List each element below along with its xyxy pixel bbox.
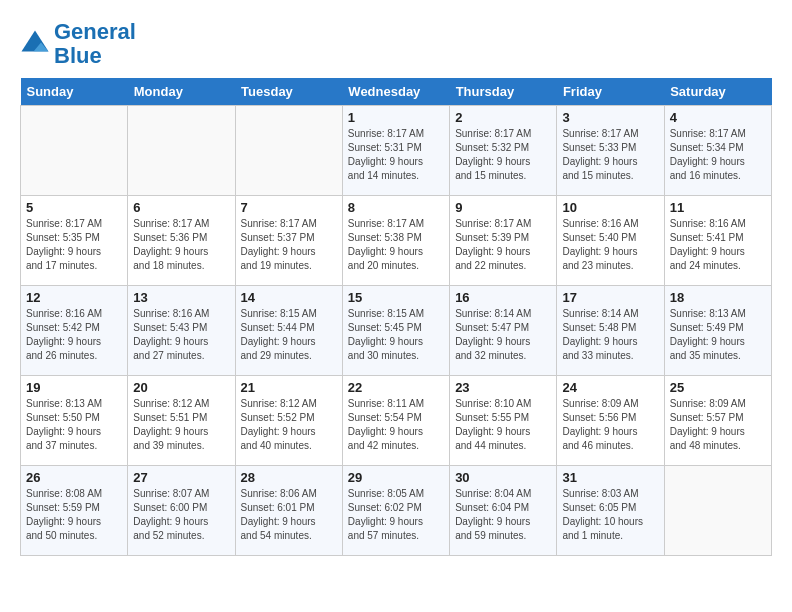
day-info: Sunrise: 8:17 AM Sunset: 5:38 PM Dayligh…	[348, 217, 444, 273]
day-number: 3	[562, 110, 658, 125]
day-info: Sunrise: 8:15 AM Sunset: 5:44 PM Dayligh…	[241, 307, 337, 363]
day-info: Sunrise: 8:10 AM Sunset: 5:55 PM Dayligh…	[455, 397, 551, 453]
day-number: 27	[133, 470, 229, 485]
logo-icon	[20, 29, 50, 59]
day-number: 21	[241, 380, 337, 395]
weekday-header-row: SundayMondayTuesdayWednesdayThursdayFrid…	[21, 78, 772, 106]
calendar-cell: 29Sunrise: 8:05 AM Sunset: 6:02 PM Dayli…	[342, 466, 449, 556]
calendar-cell: 31Sunrise: 8:03 AM Sunset: 6:05 PM Dayli…	[557, 466, 664, 556]
calendar-cell: 18Sunrise: 8:13 AM Sunset: 5:49 PM Dayli…	[664, 286, 771, 376]
day-info: Sunrise: 8:13 AM Sunset: 5:49 PM Dayligh…	[670, 307, 766, 363]
day-info: Sunrise: 8:17 AM Sunset: 5:35 PM Dayligh…	[26, 217, 122, 273]
day-info: Sunrise: 8:16 AM Sunset: 5:43 PM Dayligh…	[133, 307, 229, 363]
day-number: 9	[455, 200, 551, 215]
calendar-cell: 24Sunrise: 8:09 AM Sunset: 5:56 PM Dayli…	[557, 376, 664, 466]
day-info: Sunrise: 8:14 AM Sunset: 5:47 PM Dayligh…	[455, 307, 551, 363]
day-number: 2	[455, 110, 551, 125]
day-number: 1	[348, 110, 444, 125]
calendar-cell	[235, 106, 342, 196]
day-info: Sunrise: 8:14 AM Sunset: 5:48 PM Dayligh…	[562, 307, 658, 363]
calendar-cell: 30Sunrise: 8:04 AM Sunset: 6:04 PM Dayli…	[450, 466, 557, 556]
day-number: 7	[241, 200, 337, 215]
day-info: Sunrise: 8:09 AM Sunset: 5:57 PM Dayligh…	[670, 397, 766, 453]
calendar-cell: 2Sunrise: 8:17 AM Sunset: 5:32 PM Daylig…	[450, 106, 557, 196]
weekday-header-tuesday: Tuesday	[235, 78, 342, 106]
day-info: Sunrise: 8:04 AM Sunset: 6:04 PM Dayligh…	[455, 487, 551, 543]
calendar-cell: 1Sunrise: 8:17 AM Sunset: 5:31 PM Daylig…	[342, 106, 449, 196]
calendar-cell: 17Sunrise: 8:14 AM Sunset: 5:48 PM Dayli…	[557, 286, 664, 376]
day-number: 31	[562, 470, 658, 485]
weekday-header-monday: Monday	[128, 78, 235, 106]
day-info: Sunrise: 8:06 AM Sunset: 6:01 PM Dayligh…	[241, 487, 337, 543]
calendar-cell: 10Sunrise: 8:16 AM Sunset: 5:40 PM Dayli…	[557, 196, 664, 286]
day-number: 17	[562, 290, 658, 305]
day-info: Sunrise: 8:08 AM Sunset: 5:59 PM Dayligh…	[26, 487, 122, 543]
week-row-3: 12Sunrise: 8:16 AM Sunset: 5:42 PM Dayli…	[21, 286, 772, 376]
calendar-cell: 5Sunrise: 8:17 AM Sunset: 5:35 PM Daylig…	[21, 196, 128, 286]
day-info: Sunrise: 8:15 AM Sunset: 5:45 PM Dayligh…	[348, 307, 444, 363]
weekday-header-saturday: Saturday	[664, 78, 771, 106]
page-header: General Blue	[20, 20, 772, 68]
calendar-cell: 14Sunrise: 8:15 AM Sunset: 5:44 PM Dayli…	[235, 286, 342, 376]
day-info: Sunrise: 8:09 AM Sunset: 5:56 PM Dayligh…	[562, 397, 658, 453]
logo: General Blue	[20, 20, 136, 68]
calendar-cell: 22Sunrise: 8:11 AM Sunset: 5:54 PM Dayli…	[342, 376, 449, 466]
calendar-cell: 15Sunrise: 8:15 AM Sunset: 5:45 PM Dayli…	[342, 286, 449, 376]
calendar-cell: 7Sunrise: 8:17 AM Sunset: 5:37 PM Daylig…	[235, 196, 342, 286]
day-info: Sunrise: 8:17 AM Sunset: 5:37 PM Dayligh…	[241, 217, 337, 273]
day-number: 20	[133, 380, 229, 395]
calendar-cell: 12Sunrise: 8:16 AM Sunset: 5:42 PM Dayli…	[21, 286, 128, 376]
day-info: Sunrise: 8:13 AM Sunset: 5:50 PM Dayligh…	[26, 397, 122, 453]
calendar-cell: 16Sunrise: 8:14 AM Sunset: 5:47 PM Dayli…	[450, 286, 557, 376]
day-info: Sunrise: 8:12 AM Sunset: 5:52 PM Dayligh…	[241, 397, 337, 453]
calendar-cell: 19Sunrise: 8:13 AM Sunset: 5:50 PM Dayli…	[21, 376, 128, 466]
day-number: 4	[670, 110, 766, 125]
calendar-cell: 6Sunrise: 8:17 AM Sunset: 5:36 PM Daylig…	[128, 196, 235, 286]
day-info: Sunrise: 8:07 AM Sunset: 6:00 PM Dayligh…	[133, 487, 229, 543]
calendar-cell: 8Sunrise: 8:17 AM Sunset: 5:38 PM Daylig…	[342, 196, 449, 286]
day-number: 10	[562, 200, 658, 215]
day-info: Sunrise: 8:16 AM Sunset: 5:40 PM Dayligh…	[562, 217, 658, 273]
day-number: 22	[348, 380, 444, 395]
logo-text: General Blue	[54, 20, 136, 68]
day-number: 26	[26, 470, 122, 485]
calendar-cell	[21, 106, 128, 196]
calendar-cell: 26Sunrise: 8:08 AM Sunset: 5:59 PM Dayli…	[21, 466, 128, 556]
day-info: Sunrise: 8:17 AM Sunset: 5:32 PM Dayligh…	[455, 127, 551, 183]
calendar-cell: 28Sunrise: 8:06 AM Sunset: 6:01 PM Dayli…	[235, 466, 342, 556]
calendar-cell: 27Sunrise: 8:07 AM Sunset: 6:00 PM Dayli…	[128, 466, 235, 556]
day-number: 6	[133, 200, 229, 215]
calendar-cell: 3Sunrise: 8:17 AM Sunset: 5:33 PM Daylig…	[557, 106, 664, 196]
calendar-cell: 4Sunrise: 8:17 AM Sunset: 5:34 PM Daylig…	[664, 106, 771, 196]
calendar-cell: 21Sunrise: 8:12 AM Sunset: 5:52 PM Dayli…	[235, 376, 342, 466]
day-info: Sunrise: 8:03 AM Sunset: 6:05 PM Dayligh…	[562, 487, 658, 543]
calendar-cell: 11Sunrise: 8:16 AM Sunset: 5:41 PM Dayli…	[664, 196, 771, 286]
calendar-cell: 20Sunrise: 8:12 AM Sunset: 5:51 PM Dayli…	[128, 376, 235, 466]
day-number: 25	[670, 380, 766, 395]
day-info: Sunrise: 8:16 AM Sunset: 5:41 PM Dayligh…	[670, 217, 766, 273]
weekday-header-thursday: Thursday	[450, 78, 557, 106]
day-number: 13	[133, 290, 229, 305]
day-number: 30	[455, 470, 551, 485]
week-row-1: 1Sunrise: 8:17 AM Sunset: 5:31 PM Daylig…	[21, 106, 772, 196]
day-number: 14	[241, 290, 337, 305]
calendar-cell: 9Sunrise: 8:17 AM Sunset: 5:39 PM Daylig…	[450, 196, 557, 286]
day-info: Sunrise: 8:17 AM Sunset: 5:33 PM Dayligh…	[562, 127, 658, 183]
day-info: Sunrise: 8:17 AM Sunset: 5:31 PM Dayligh…	[348, 127, 444, 183]
calendar-table: SundayMondayTuesdayWednesdayThursdayFrid…	[20, 78, 772, 556]
day-number: 19	[26, 380, 122, 395]
weekday-header-sunday: Sunday	[21, 78, 128, 106]
week-row-5: 26Sunrise: 8:08 AM Sunset: 5:59 PM Dayli…	[21, 466, 772, 556]
day-number: 29	[348, 470, 444, 485]
day-info: Sunrise: 8:17 AM Sunset: 5:34 PM Dayligh…	[670, 127, 766, 183]
day-number: 23	[455, 380, 551, 395]
day-number: 5	[26, 200, 122, 215]
calendar-cell	[128, 106, 235, 196]
weekday-header-wednesday: Wednesday	[342, 78, 449, 106]
day-info: Sunrise: 8:17 AM Sunset: 5:39 PM Dayligh…	[455, 217, 551, 273]
weekday-header-friday: Friday	[557, 78, 664, 106]
day-number: 12	[26, 290, 122, 305]
calendar-cell: 23Sunrise: 8:10 AM Sunset: 5:55 PM Dayli…	[450, 376, 557, 466]
day-number: 18	[670, 290, 766, 305]
day-number: 28	[241, 470, 337, 485]
